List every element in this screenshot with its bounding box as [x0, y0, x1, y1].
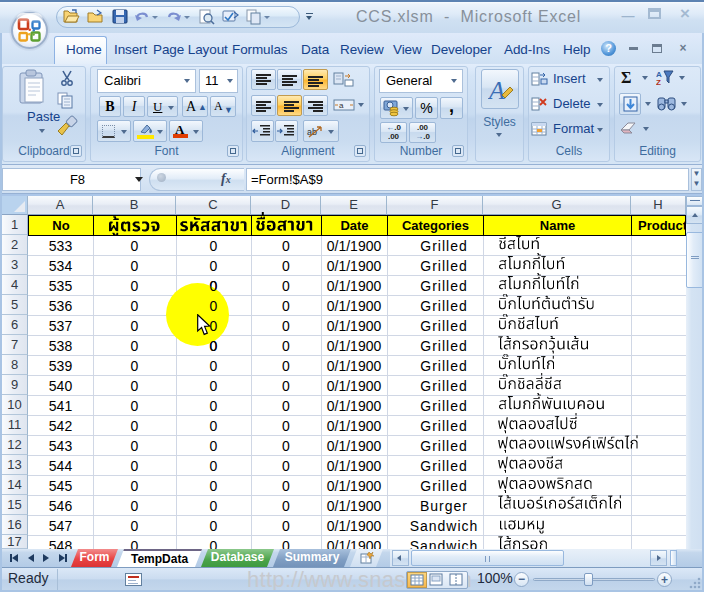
- svg-text:a: a: [339, 101, 344, 110]
- svg-text:A: A: [488, 76, 505, 103]
- svg-text:Z: Z: [656, 78, 661, 86]
